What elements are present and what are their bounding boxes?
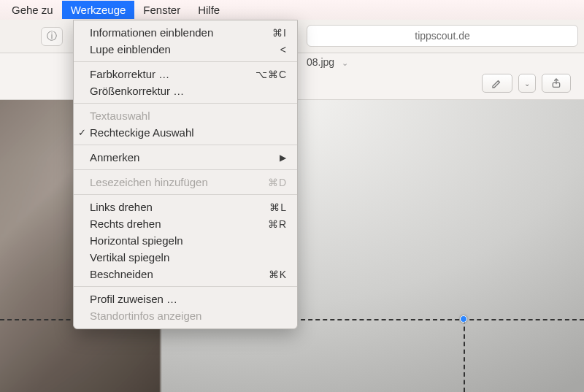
site-info-button[interactable]: ⓘ [41, 27, 63, 46]
menu-item-label: Standortinfos anzeigen [90, 310, 287, 322]
chevron-down-icon: ⌄ [524, 80, 530, 88]
menu-separator [74, 194, 297, 195]
share-button[interactable] [542, 74, 571, 93]
menu-item-label: Rechts drehen [90, 218, 268, 230]
menu-item-farbkorrektur[interactable]: Farbkorrektur …⌥⌘C [74, 66, 297, 82]
menu-item-label: Größenkorrektur … [90, 85, 287, 97]
menu-item-rechts-drehen[interactable]: Rechts drehen⌘R [74, 215, 297, 232]
menu-item-standortinfos-anzeigen: Standortinfos anzeigen [74, 307, 297, 324]
menu-item-label: Links drehen [90, 201, 269, 213]
menu-item-links-drehen[interactable]: Links drehen⌘L [74, 199, 297, 215]
menu-item-informationen-einblenden[interactable]: Informationen einblenden⌘I [74, 24, 297, 41]
menu-item-lupe-einblenden[interactable]: Lupe einblenden< [74, 41, 297, 58]
menu-item-shortcut: ⌥⌘C [256, 69, 287, 80]
menu-item-label: Anmerken [90, 151, 280, 164]
document-title[interactable]: 08.jpg ⌄ [307, 56, 348, 68]
menu-item-label: Rechteckige Auswahl [90, 126, 287, 139]
toolbar-buttons: ⌄ [482, 74, 571, 93]
menu-item-label: Textauswahl [90, 109, 287, 122]
menu-separator [74, 169, 297, 170]
menu-item-shortcut: ⌘R [268, 218, 287, 230]
menu-tools[interactable]: Werkzeuge [62, 1, 135, 19]
markup-menu-button[interactable]: ⌄ [518, 74, 536, 93]
menu-window[interactable]: Fenster [134, 1, 189, 19]
menu-item-label: Profil zuweisen … [90, 293, 287, 305]
info-icon: ⓘ [47, 30, 57, 43]
menu-separator [74, 103, 297, 104]
menu-item-label: Vertikal spiegeln [90, 251, 287, 264]
tools-dropdown-menu: Informationen einblenden⌘ILupe einblende… [73, 20, 298, 329]
menu-item-shortcut: < [280, 44, 287, 55]
url-text: tippscout.de [415, 30, 470, 42]
menu-item-label: Lesezeichen hinzufügen [90, 176, 268, 188]
menu-item-label: Horizontal spiegeln [90, 234, 287, 247]
menu-help[interactable]: Hilfe [189, 1, 228, 19]
menu-goto[interactable]: Gehe zu [3, 1, 62, 19]
menu-separator [74, 145, 297, 145]
menu-item-beschneiden[interactable]: Beschneiden⌘K [74, 266, 297, 283]
menu-item-textauswahl: Textauswahl [74, 107, 297, 124]
menu-item-label: Beschneiden [90, 268, 269, 280]
document-filename: 08.jpg [307, 56, 334, 68]
menu-item-profil-zuweisen[interactable]: Profil zuweisen … [74, 291, 297, 307]
menu-bar: Gehe zu Werkzeuge Fenster Hilfe [0, 0, 584, 20]
menu-item-label: Farbkorrektur … [90, 68, 256, 80]
menu-item-shortcut: ⌘I [272, 27, 287, 39]
url-field[interactable]: tippscout.de [307, 25, 578, 47]
check-icon: ✓ [74, 127, 90, 138]
submenu-arrow-icon: ▶ [280, 153, 287, 163]
menu-item-shortcut: ⌘D [268, 177, 287, 188]
menu-item-shortcut: ⌘K [269, 269, 287, 280]
menu-item-label: Lupe einblenden [90, 43, 280, 55]
menu-item-horizontal-spiegeln[interactable]: Horizontal spiegeln [74, 232, 297, 249]
menu-item-gr-enkorrektur[interactable]: Größenkorrektur … [74, 82, 297, 99]
menu-item-vertikal-spiegeln[interactable]: Vertikal spiegeln [74, 249, 297, 266]
menu-item-lesezeichen-hinzuf-gen: Lesezeichen hinzufügen⌘D [74, 174, 297, 191]
markup-toggle-button[interactable] [482, 74, 512, 93]
menu-item-label: Informationen einblenden [90, 26, 272, 39]
menu-separator [74, 286, 297, 287]
menu-item-anmerken[interactable]: Anmerken▶ [74, 149, 297, 166]
selection-edge-right[interactable] [464, 319, 465, 392]
title-chevron-icon: ⌄ [342, 58, 348, 67]
pencil-icon [491, 77, 503, 89]
menu-item-rechteckige-auswahl[interactable]: ✓Rechteckige Auswahl [74, 124, 297, 141]
menu-item-shortcut: ⌘L [269, 201, 287, 213]
selection-handle[interactable] [460, 315, 467, 323]
menu-separator [74, 61, 297, 62]
share-icon [550, 77, 562, 89]
